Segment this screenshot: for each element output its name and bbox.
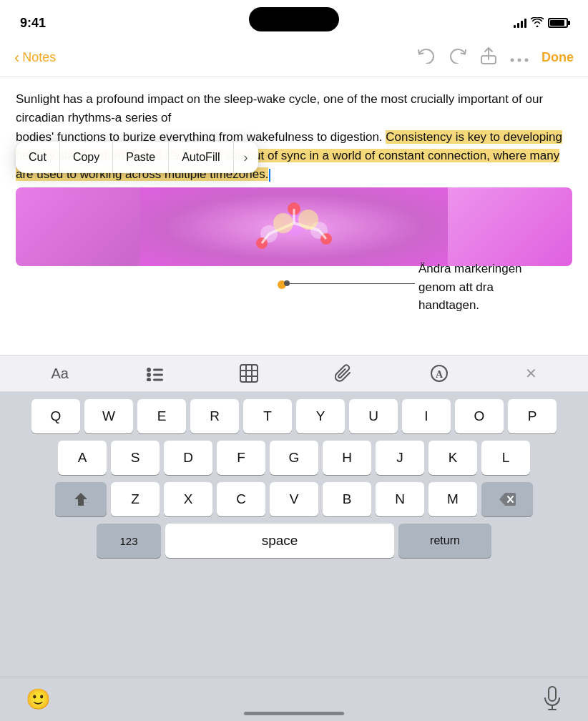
list-button[interactable] (145, 366, 164, 381)
svg-rect-22 (153, 374, 163, 376)
svg-point-2 (518, 58, 521, 62)
cut-button[interactable]: Cut (16, 142, 60, 173)
svg-point-1 (511, 58, 514, 62)
svg-point-14 (298, 210, 318, 230)
signal-bars-icon (514, 18, 526, 28)
key-d[interactable]: D (164, 441, 212, 475)
nav-icons: Done (417, 46, 574, 69)
key-y[interactable]: Y (296, 399, 345, 433)
key-i[interactable]: I (402, 399, 451, 433)
status-bar: 9:41 (0, 0, 588, 39)
markup-button[interactable]: A (430, 364, 449, 383)
callout-line-dot (284, 280, 290, 286)
emoji-icon[interactable]: 🙂 (26, 687, 51, 711)
paste-button[interactable]: Paste (113, 142, 169, 173)
key-t[interactable]: T (243, 399, 292, 433)
table-button[interactable] (240, 364, 258, 383)
keyboard-row-2: A S D F G H J K L (3, 441, 585, 475)
more-button[interactable] (510, 49, 529, 67)
svg-point-13 (273, 213, 293, 233)
note-text-plain: Sunlight has a profound impact on the sl… (16, 92, 543, 124)
svg-text:A: A (436, 369, 444, 380)
svg-point-18 (147, 368, 151, 372)
home-indicator (244, 712, 344, 715)
key-s[interactable]: S (111, 441, 160, 475)
wifi-icon (531, 17, 544, 29)
shift-key[interactable] (55, 482, 107, 516)
key-l[interactable]: L (481, 441, 530, 475)
key-a[interactable]: A (58, 441, 107, 475)
callout-text: Ändra markeringen genom att dra handtage… (418, 260, 569, 315)
svg-rect-23 (153, 379, 163, 381)
svg-point-3 (525, 58, 529, 62)
key-b[interactable]: B (323, 482, 371, 516)
keyboard-row-4: 123 space return (3, 524, 585, 558)
key-u[interactable]: U (349, 399, 398, 433)
key-r[interactable]: R (190, 399, 239, 433)
key-c[interactable]: C (217, 482, 265, 516)
redo-button[interactable] (449, 48, 467, 68)
close-toolbar-button[interactable]: ✕ (525, 365, 537, 382)
key-j[interactable]: J (376, 441, 424, 475)
key-n[interactable]: N (376, 482, 424, 516)
nav-back-button[interactable]: ‹ Notes (14, 50, 56, 66)
share-button[interactable] (480, 46, 497, 69)
key-k[interactable]: K (428, 441, 477, 475)
back-chevron-icon: ‹ (14, 50, 19, 66)
return-key[interactable]: return (398, 524, 491, 558)
mic-icon[interactable] (542, 686, 562, 713)
key-x[interactable]: X (164, 482, 212, 516)
svg-rect-33 (549, 687, 556, 701)
keyboard: Q W E R T Y U I O P A S D F G H J K L (0, 392, 588, 677)
attach-button[interactable] (335, 364, 353, 383)
status-time: 9:41 (20, 16, 46, 31)
key-g[interactable]: G (270, 441, 318, 475)
context-menu: Cut Copy Paste AutoFill › (16, 142, 258, 173)
dynamic-island (249, 7, 339, 31)
copy-button[interactable]: Copy (60, 142, 113, 173)
nav-bar: ‹ Notes (0, 39, 588, 77)
key-q[interactable]: Q (31, 399, 80, 433)
done-button[interactable]: Done (542, 50, 574, 65)
cursor (269, 169, 270, 182)
key-f[interactable]: F (217, 441, 265, 475)
key-w[interactable]: W (84, 399, 133, 433)
autofill-button[interactable]: AutoFill (169, 142, 233, 173)
battery-icon (548, 18, 568, 28)
key-e[interactable]: E (137, 399, 186, 433)
svg-point-19 (147, 373, 151, 377)
numbers-key[interactable]: 123 (97, 524, 161, 558)
format-text-button[interactable]: Aa (51, 366, 68, 382)
space-key[interactable]: space (165, 524, 394, 558)
svg-rect-21 (153, 369, 163, 371)
svg-rect-24 (240, 365, 258, 382)
key-m[interactable]: M (428, 482, 477, 516)
svg-point-20 (147, 378, 151, 381)
keyboard-row-1: Q W E R T Y U I O P (3, 399, 585, 433)
status-icons (514, 17, 568, 29)
key-h[interactable]: H (323, 441, 371, 475)
key-p[interactable]: P (508, 399, 557, 433)
key-v[interactable]: V (270, 482, 318, 516)
key-z[interactable]: Z (111, 482, 160, 516)
delete-key[interactable] (481, 482, 533, 516)
more-options-button[interactable]: › (234, 142, 258, 173)
key-o[interactable]: O (455, 399, 504, 433)
note-image (16, 187, 572, 266)
toolbar: Aa (0, 355, 588, 392)
undo-button[interactable] (417, 48, 436, 68)
nav-back-label: Notes (22, 50, 56, 65)
keyboard-row-3: Z X C V B N M (3, 482, 585, 516)
callout-line (286, 283, 415, 284)
